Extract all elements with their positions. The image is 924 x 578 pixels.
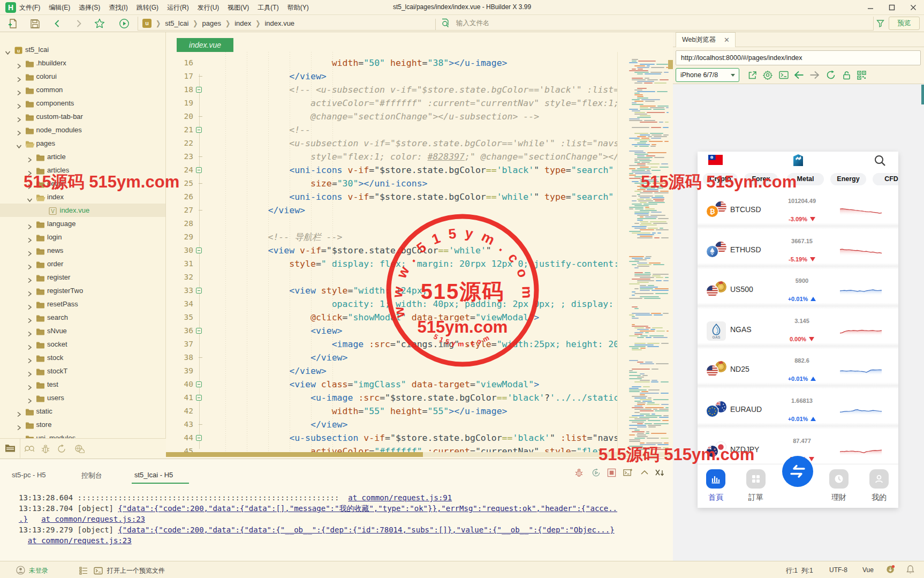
- minimize-button[interactable]: [860, 0, 881, 15]
- clear-close-icon[interactable]: [655, 468, 664, 477]
- fold-marker-icon[interactable]: [196, 288, 202, 294]
- fold-marker-icon[interactable]: [196, 381, 202, 387]
- tree-folder-node_modules[interactable]: node_modules: [0, 123, 165, 137]
- filter-funnel-icon[interactable]: [876, 19, 884, 29]
- tree-folder-language[interactable]: language: [0, 217, 165, 230]
- horizontal-scrollbar[interactable]: [166, 452, 673, 457]
- fold-marker-icon[interactable]: [196, 395, 202, 401]
- collapse-panel-icon[interactable]: [640, 468, 649, 477]
- chevron-down-icon[interactable]: [16, 140, 22, 146]
- restart-icon[interactable]: [591, 468, 601, 477]
- fold-marker-icon[interactable]: [196, 127, 202, 133]
- settings-gear-icon[interactable]: [762, 70, 773, 80]
- category-tab-energy[interactable]: Energy: [830, 173, 866, 185]
- fold-marker-icon[interactable]: [196, 167, 202, 173]
- open-external-icon[interactable]: [747, 70, 758, 80]
- chevron-right-icon[interactable]: [27, 314, 33, 320]
- new-terminal-icon[interactable]: [623, 468, 633, 477]
- fold-marker-icon[interactable]: [196, 328, 202, 334]
- qrcode-icon[interactable]: [856, 70, 867, 80]
- tree-folder-socket[interactable]: socket: [0, 337, 165, 351]
- tree-folder-components[interactable]: components: [0, 96, 165, 110]
- menu-item-6[interactable]: 发行(U): [193, 0, 224, 15]
- console-tab-0[interactable]: st5-pc - H5: [12, 471, 46, 479]
- language-mode[interactable]: Vue: [862, 566, 874, 574]
- chevron-right-icon[interactable]: [27, 381, 33, 387]
- debug-bug-icon[interactable]: [574, 468, 584, 477]
- close-browser-tab-icon[interactable]: ✕: [724, 36, 731, 43]
- fold-marker-icon[interactable]: [196, 435, 202, 441]
- open-previous-preview[interactable]: 打开上一个预览文件: [107, 566, 165, 575]
- browser-forward-icon[interactable]: [809, 70, 820, 80]
- menu-item-5[interactable]: 运行(R): [163, 0, 193, 15]
- tree-folder-custom-tab-bar[interactable]: custom-tab-bar: [0, 110, 165, 123]
- tree-folder-login[interactable]: login: [0, 230, 165, 244]
- chevron-right-icon[interactable]: [16, 87, 22, 93]
- fold-marker-icon[interactable]: [196, 247, 202, 253]
- tree-folder-registerTwo[interactable]: registerTwo: [0, 284, 165, 297]
- notification-bell-icon[interactable]: [906, 565, 915, 574]
- stop-icon[interactable]: [607, 468, 616, 477]
- menu-item-9[interactable]: 帮助(Y): [283, 0, 313, 15]
- task-list-icon[interactable]: [79, 566, 88, 575]
- tree-folder-static[interactable]: static: [0, 404, 165, 418]
- console-link[interactable]: .}: [19, 515, 28, 523]
- navigate-back-button[interactable]: [51, 18, 63, 29]
- console-tab-1[interactable]: 控制台: [81, 471, 102, 481]
- tree-folder-colorui[interactable]: colorui: [0, 70, 165, 83]
- phone-tab-我的[interactable]: 我的: [864, 469, 894, 502]
- debug-view-icon[interactable]: [40, 444, 51, 454]
- menu-item-3[interactable]: 查找(I): [104, 0, 132, 15]
- tree-folder-search[interactable]: search: [0, 311, 165, 324]
- file-search-input[interactable]: 输入文件名: [441, 17, 490, 29]
- menu-item-4[interactable]: 跳转(G): [132, 0, 163, 15]
- instrument-row-NGAS[interactable]: GASNGAS3.1450.00%: [698, 309, 898, 349]
- category-tab-cfd[interactable]: CFD: [873, 173, 898, 185]
- tree-folder-pages[interactable]: pages: [0, 137, 165, 150]
- menu-item-7[interactable]: 视图(V): [223, 0, 253, 15]
- phone-search-icon[interactable]: [874, 154, 887, 167]
- tree-folder-test[interactable]: test: [0, 378, 165, 391]
- breadcrumb-item-st5_lcai[interactable]: st5_lcai: [165, 19, 188, 27]
- instrument-row-US500[interactable]: US5005900+0.01%: [698, 269, 898, 309]
- chevron-right-icon[interactable]: [16, 127, 22, 133]
- browser-back-icon[interactable]: [793, 70, 804, 80]
- console-link[interactable]: at common/request.js:91: [348, 493, 452, 502]
- menu-item-8[interactable]: 工具(T): [253, 0, 283, 15]
- menu-item-0[interactable]: 文件(F): [15, 0, 44, 15]
- chevron-right-icon[interactable]: [27, 234, 33, 240]
- tree-folder-register[interactable]: register: [0, 271, 165, 284]
- chevron-right-icon[interactable]: [27, 341, 33, 347]
- breadcrumb[interactable]: u❯st5_lcai❯pages❯index❯index.vue: [142, 17, 294, 29]
- chevron-down-icon[interactable]: [5, 47, 11, 52]
- cursor-position[interactable]: 行:1 列:1: [786, 566, 813, 575]
- new-file-button[interactable]: [7, 18, 19, 29]
- phone-tab-首頁[interactable]: 首頁: [701, 469, 731, 502]
- chevron-right-icon[interactable]: [27, 261, 33, 267]
- editor-tab-indexvue[interactable]: index.vue: [177, 38, 233, 52]
- chevron-right-icon[interactable]: [27, 368, 33, 374]
- minimap[interactable]: [629, 54, 670, 453]
- menu-item-2[interactable]: 选择(S): [74, 0, 104, 15]
- web-view-icon[interactable]: [74, 444, 85, 454]
- console-link[interactable]: at common/request.js:23: [41, 515, 145, 523]
- chevron-right-icon[interactable]: [27, 154, 33, 160]
- save-button[interactable]: [29, 18, 41, 29]
- navigate-forward-button[interactable]: [73, 18, 85, 29]
- breadcrumb-item-index[interactable]: index: [234, 19, 251, 27]
- chevron-right-icon[interactable]: [16, 100, 22, 106]
- browser-refresh-icon[interactable]: [825, 70, 836, 80]
- breadcrumb-item-pages[interactable]: pages: [202, 19, 221, 27]
- chevron-right-icon[interactable]: [27, 301, 33, 307]
- phone-tab-理財[interactable]: 理財: [824, 469, 854, 502]
- devtools-console-icon[interactable]: [778, 70, 789, 80]
- unlock-icon[interactable]: [841, 70, 852, 80]
- chevron-right-icon[interactable]: [27, 288, 33, 294]
- bookmark-star-button[interactable]: [94, 18, 105, 29]
- tree-folder-users[interactable]: users: [0, 391, 165, 404]
- breadcrumb-item-index.vue[interactable]: index.vue: [264, 19, 294, 27]
- trade-swap-button[interactable]: [782, 456, 813, 487]
- chevron-down-icon[interactable]: [27, 194, 33, 200]
- run-button[interactable]: [118, 18, 130, 29]
- tree-folder-stock[interactable]: stock: [0, 351, 165, 364]
